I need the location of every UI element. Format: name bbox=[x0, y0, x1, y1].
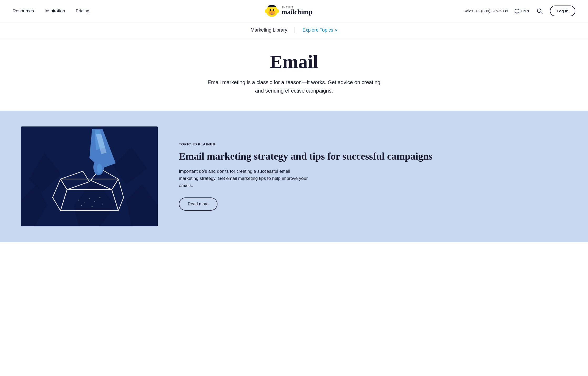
library-title: Marketing Library bbox=[251, 27, 295, 33]
lang-label: EN bbox=[521, 9, 526, 13]
explore-topics-label: Explore Topics bbox=[302, 27, 333, 33]
lang-chevron: ▾ bbox=[527, 9, 529, 13]
svg-point-35 bbox=[81, 205, 82, 206]
header-right: Sales: +1 (800) 315-5939 EN ▾ Log In bbox=[463, 6, 575, 16]
search-button[interactable] bbox=[536, 7, 544, 15]
nav-resources[interactable]: Resources bbox=[13, 8, 34, 14]
featured-description: Important do's and don'ts for creating a… bbox=[179, 168, 310, 189]
featured-image bbox=[21, 126, 158, 226]
read-more-button[interactable]: Read more bbox=[179, 197, 217, 211]
svg-text:mailchimp: mailchimp bbox=[281, 8, 312, 16]
library-bar: Marketing Library Explore Topics ∨ bbox=[0, 22, 588, 38]
nav-pricing[interactable]: Pricing bbox=[76, 8, 89, 14]
mailchimp-logo: INTUIT mailchimp bbox=[265, 4, 323, 18]
featured-title: Email marketing strategy and tips for su… bbox=[179, 150, 567, 162]
sales-phone: Sales: +1 (800) 315-5939 bbox=[463, 9, 508, 13]
svg-point-2 bbox=[270, 9, 271, 11]
svg-point-3 bbox=[273, 9, 274, 11]
topic-label: TOPIC EXPLAINER bbox=[179, 142, 567, 146]
language-selector[interactable]: EN ▾ bbox=[514, 8, 529, 14]
svg-point-6 bbox=[276, 9, 279, 13]
svg-point-37 bbox=[102, 204, 103, 205]
svg-point-34 bbox=[99, 197, 100, 198]
svg-point-32 bbox=[89, 198, 90, 199]
svg-point-41 bbox=[97, 164, 102, 173]
svg-point-31 bbox=[84, 202, 85, 203]
svg-line-17 bbox=[541, 12, 542, 14]
page-hero: Email Email marketing is a classic for a… bbox=[0, 38, 588, 111]
logo-container[interactable]: INTUIT mailchimp bbox=[265, 4, 323, 18]
login-button[interactable]: Log In bbox=[550, 6, 575, 16]
svg-rect-8 bbox=[269, 5, 275, 7]
search-icon bbox=[537, 8, 543, 14]
globe-icon bbox=[514, 8, 520, 14]
svg-point-33 bbox=[94, 201, 95, 202]
explore-topics-button[interactable]: Explore Topics ∨ bbox=[295, 27, 337, 33]
svg-point-36 bbox=[92, 206, 93, 207]
page-title: Email bbox=[5, 51, 583, 73]
svg-point-30 bbox=[78, 200, 79, 201]
featured-section: TOPIC EXPLAINER Email marketing strategy… bbox=[0, 111, 588, 242]
chevron-down-icon: ∨ bbox=[335, 28, 337, 32]
page-description: Email marketing is a classic for a reaso… bbox=[207, 78, 381, 95]
nav-inspiration[interactable]: Inspiration bbox=[44, 8, 65, 14]
main-header: Resources Inspiration Pricing INTUIT mai… bbox=[0, 0, 588, 22]
featured-illustration bbox=[21, 126, 158, 226]
nav-left: Resources Inspiration Pricing bbox=[13, 8, 89, 14]
featured-content: TOPIC EXPLAINER Email marketing strategy… bbox=[179, 142, 567, 211]
